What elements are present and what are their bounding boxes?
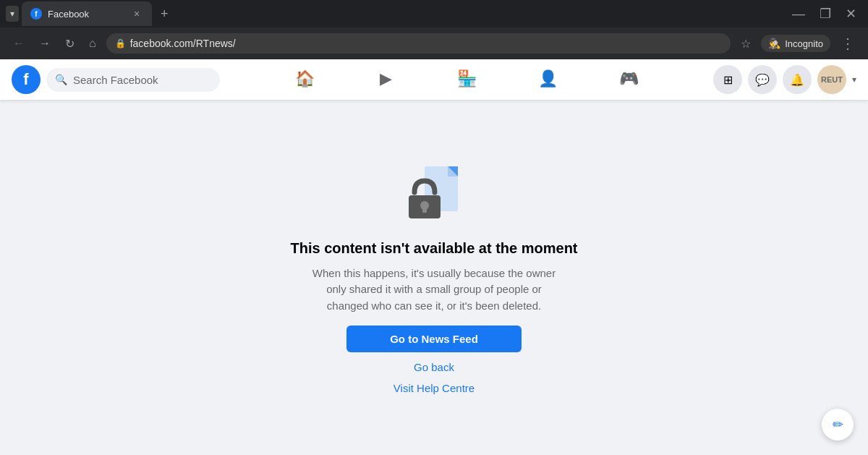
new-tab-button[interactable]: + — [155, 4, 174, 25]
tab-close-button[interactable]: × — [130, 7, 143, 20]
incognito-label: Incognito — [785, 38, 823, 49]
bookmark-button[interactable]: ☆ — [736, 33, 755, 55]
nav-marketplace[interactable]: 🏪 — [426, 62, 507, 97]
unavailable-icon — [401, 161, 467, 226]
grid-menu-button[interactable]: ⊞ — [713, 65, 742, 94]
url-text: facebook.com/RTnews/ — [130, 38, 723, 49]
search-placeholder: Search Facebook — [73, 74, 158, 86]
search-bar[interactable]: 🔍 Search Facebook — [46, 68, 220, 92]
incognito-icon: 🕵 — [768, 38, 780, 49]
error-title: This content isn't available at the mome… — [290, 240, 577, 257]
go-back-button[interactable]: Go back — [414, 361, 454, 373]
maximize-button[interactable]: ❐ — [814, 3, 837, 25]
tab-favicon: f — [30, 8, 42, 20]
browser-window: ▾ f Facebook × + — ❐ ✕ ← → ↻ ⌂ 🔒 faceboo… — [0, 0, 868, 455]
secure-icon: 🔒 — [115, 38, 126, 48]
minimize-button[interactable]: — — [786, 3, 811, 25]
compose-icon: ✏ — [833, 417, 843, 433]
nav-watch[interactable]: ▶ — [345, 62, 426, 97]
visit-help-centre-button[interactable]: Visit Help Centre — [393, 382, 475, 394]
page-content: This content isn't available at the mome… — [0, 100, 868, 455]
facebook-tab[interactable]: f Facebook × — [22, 1, 152, 26]
tab-group-dropdown[interactable]: ▾ — [6, 6, 19, 22]
tab-title: Facebook — [48, 9, 124, 20]
address-bar: ← → ↻ ⌂ 🔒 facebook.com/RTnews/ ☆ 🕵 Incog… — [0, 27, 868, 59]
url-bar[interactable]: 🔒 facebook.com/RTnews/ — [106, 33, 731, 54]
notifications-button[interactable]: 🔔 — [783, 65, 812, 94]
nav-friends[interactable]: 👤 — [507, 62, 588, 97]
facebook-navbar: f 🔍 Search Facebook 🏠 ▶ 🏪 👤 🎮 ⊞ 💬 🔔 REUT… — [0, 59, 868, 100]
go-to-feed-button[interactable]: Go to News Feed — [346, 326, 522, 352]
nav-gaming[interactable]: 🎮 — [588, 62, 669, 97]
tab-bar: ▾ f Facebook × + — ❐ ✕ — [0, 0, 868, 27]
reload-button[interactable]: ↻ — [61, 33, 79, 55]
nav-home[interactable]: 🏠 — [264, 62, 345, 97]
home-button[interactable]: ⌂ — [85, 33, 101, 54]
back-button[interactable]: ← — [9, 33, 29, 54]
close-window-button[interactable]: ✕ — [840, 3, 862, 25]
error-description: When this happens, it's usually because … — [307, 265, 561, 315]
main-nav: 🏠 ▶ 🏪 👤 🎮 — [264, 62, 669, 97]
incognito-indicator: 🕵 Incognito — [761, 35, 830, 52]
browser-menu-button[interactable]: ⋮ — [836, 30, 859, 56]
nav-right: ⊞ 💬 🔔 REUT ▾ — [713, 65, 856, 94]
error-container: This content isn't available at the mome… — [276, 132, 592, 424]
content-unavailable-illustration — [401, 161, 467, 226]
forward-button[interactable]: → — [35, 33, 55, 54]
messenger-button[interactable]: 💬 — [748, 65, 777, 94]
user-avatar[interactable]: REUT — [817, 65, 846, 94]
svg-rect-5 — [422, 205, 427, 213]
compose-button[interactable]: ✏ — [822, 409, 854, 441]
search-icon: 🔍 — [55, 74, 67, 85]
window-controls: — ❐ ✕ — [786, 3, 862, 25]
facebook-logo[interactable]: f — [12, 65, 41, 94]
